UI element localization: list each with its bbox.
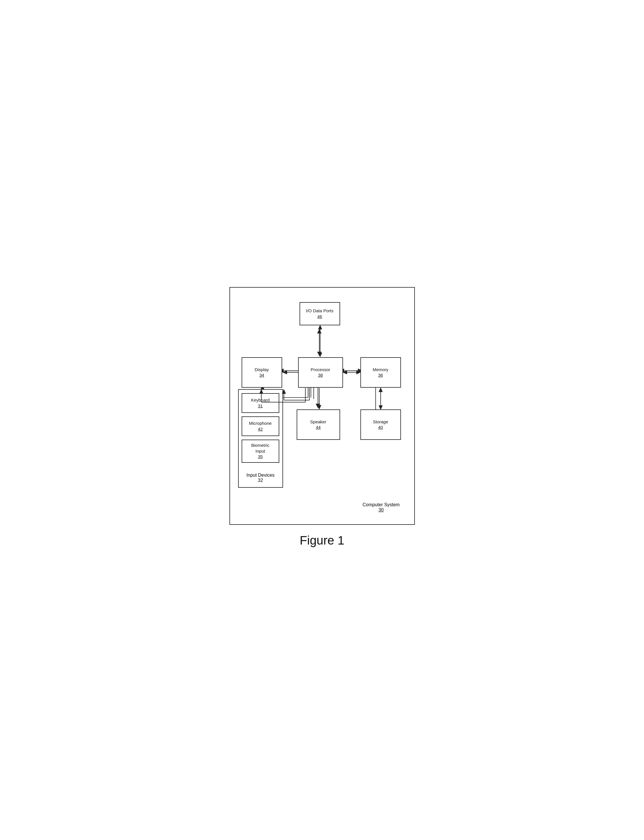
processor-label: Processor	[310, 367, 330, 372]
memory-label: Memory	[373, 367, 388, 372]
system-title: Computer System	[362, 502, 399, 507]
storage-box: Storage 40	[360, 409, 401, 440]
io-ports-label: I/O Data Ports	[306, 308, 334, 314]
system-label: Computer System 30	[362, 502, 399, 513]
input-devices-label-area: Input Devices 32	[239, 473, 283, 483]
processor-box: Processor 38	[298, 357, 343, 388]
keyboard-box: Keyboard 31	[242, 393, 279, 413]
biometric-box: BiometricInput 35	[242, 440, 279, 463]
biometric-label: BiometricInput	[251, 443, 269, 454]
io-ports-box: I/O Data Ports 46	[299, 302, 340, 325]
storage-label: Storage	[373, 419, 388, 425]
biometric-num: 35	[258, 454, 263, 460]
speaker-box: Speaker 44	[297, 409, 340, 440]
display-num: 34	[259, 372, 264, 378]
keyboard-label: Keyboard	[251, 397, 269, 403]
input-devices-label: Input Devices	[246, 473, 274, 478]
microphone-label: Microphone	[249, 420, 271, 426]
figure-label: Figure 1	[299, 534, 344, 547]
system-num: 30	[379, 507, 384, 512]
speaker-num: 44	[316, 425, 321, 430]
input-devices-num: 32	[258, 478, 263, 483]
microphone-box: Microphone 42	[242, 417, 279, 436]
memory-box: Memory 36	[360, 357, 401, 388]
storage-num: 40	[378, 425, 383, 430]
microphone-num: 42	[258, 426, 263, 432]
input-devices-outer: Keyboard 31 Microphone 42 BiometricInput…	[238, 389, 283, 488]
speaker-label: Speaker	[310, 419, 327, 425]
page: I/O Data Ports 46 Processor 38 Memory 36…	[221, 275, 424, 565]
io-ports-num: 46	[317, 314, 322, 320]
processor-num: 38	[318, 372, 323, 378]
diagram-container: I/O Data Ports 46 Processor 38 Memory 36…	[230, 287, 415, 525]
display-box: Display 34	[242, 357, 282, 388]
display-label: Display	[255, 367, 269, 372]
memory-num: 36	[378, 372, 383, 378]
keyboard-num: 31	[258, 403, 263, 409]
